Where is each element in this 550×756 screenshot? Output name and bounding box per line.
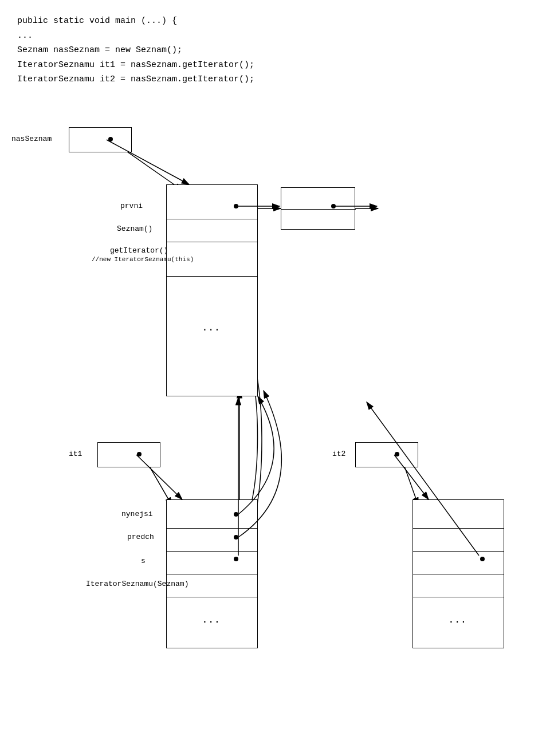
it1-box — [97, 442, 160, 467]
iterator-constructor-label: IteratorSeznamu(Seznam) — [86, 580, 188, 588]
divider-3 — [166, 276, 258, 277]
code-line-4: IteratorSeznamu it1 = nasSeznam.getItera… — [17, 58, 533, 73]
s-dot-right — [480, 557, 485, 561]
divider-1 — [166, 219, 258, 219]
it2-label: it2 — [332, 450, 345, 458]
it2-divider-4 — [412, 597, 504, 597]
it2-dot — [395, 452, 399, 456]
node-box — [281, 187, 355, 230]
s-label-left: s — [141, 557, 146, 565]
divider-2 — [166, 242, 258, 242]
node-dot — [331, 204, 336, 208]
seznam-ellipsis: ... — [202, 322, 220, 333]
nasseznam-dot — [108, 137, 113, 141]
it1-divider-2 — [166, 551, 258, 552]
node-divider — [281, 209, 356, 210]
seznam-constructor-label: Seznam() — [117, 225, 152, 233]
it2-box — [355, 442, 418, 467]
getiterator-label: getIterator() — [110, 246, 168, 255]
code-block: public static void main (...) { ... Sezn… — [0, 0, 550, 99]
nasseznam-label: nasSeznam — [11, 135, 52, 143]
code-line-2: ... — [17, 29, 533, 44]
it2-divider-1 — [412, 528, 504, 529]
it1-label: it1 — [69, 450, 82, 458]
it1-divider-3 — [166, 574, 258, 574]
nynejsi-label: nynejsi — [121, 510, 153, 518]
code-line-1: public static void main (...) { — [17, 14, 533, 29]
predch-dot — [234, 535, 238, 540]
it1-dot — [137, 452, 142, 456]
s-dot-left — [234, 557, 238, 561]
diagram-area: nasSeznam prvni Seznam() getIterator() /… — [0, 99, 550, 660]
it1-divider-1 — [166, 528, 258, 529]
prvni-dot — [234, 204, 238, 208]
it1-divider-4 — [166, 597, 258, 597]
seznam-main-box — [166, 184, 258, 396]
nasseznam-box — [69, 127, 132, 152]
prvni-label: prvni — [120, 202, 143, 210]
predch-label: predch — [127, 533, 154, 541]
code-line-5: IteratorSeznamu it2 = nasSeznam.getItera… — [17, 72, 533, 87]
iterator1-ellipsis: ... — [202, 614, 220, 625]
nynejsi-dot — [234, 512, 238, 517]
it2-divider-3 — [412, 574, 504, 574]
code-line-3: Seznam nasSeznam = new Seznam(); — [17, 43, 533, 58]
new-iterator-label: //new IteratorSeznamu(this) — [92, 256, 194, 263]
iterator2-ellipsis: ... — [448, 614, 466, 625]
it2-divider-2 — [412, 551, 504, 552]
